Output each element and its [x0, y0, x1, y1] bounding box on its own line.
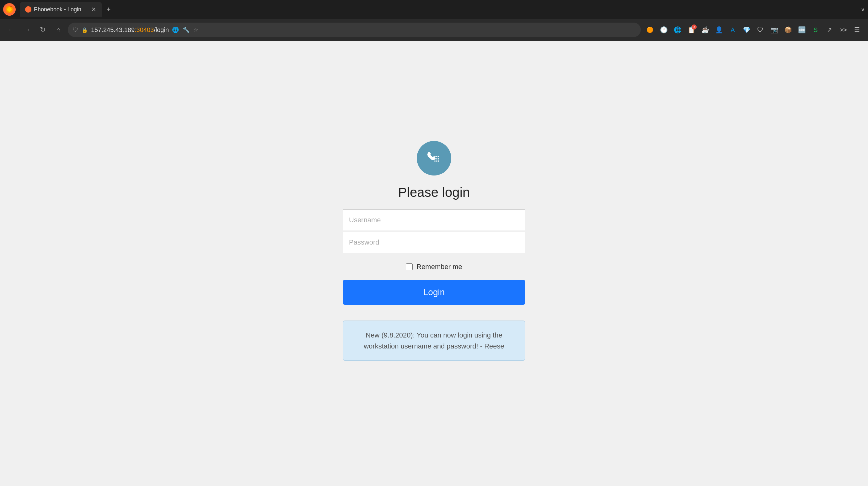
extensions-icon[interactable]: 🔧 — [183, 26, 190, 33]
remember-me-row: Remember me — [406, 263, 462, 271]
username-input[interactable] — [343, 209, 525, 231]
share-icon[interactable]: ↗ — [824, 24, 835, 36]
tab-bar: Phonebook - Login ✕ + — [20, 2, 858, 17]
reload-button[interactable]: ↻ — [36, 24, 49, 36]
active-tab[interactable]: Phonebook - Login ✕ — [20, 2, 102, 17]
home-button[interactable]: ⌂ — [52, 24, 65, 36]
tab-list-icon[interactable]: ∨ — [861, 6, 865, 13]
svg-point-2 — [7, 7, 11, 11]
back-button[interactable]: ← — [5, 24, 18, 36]
title-bar: Phonebook - Login ✕ + ∨ — [0, 0, 868, 19]
phone-icon — [425, 149, 443, 168]
svg-point-10 — [434, 160, 436, 162]
info-box: New (9.8.2020): You can now login using … — [343, 321, 525, 361]
address-bar-url[interactable]: 157.245.43.189:30403/login — [91, 26, 169, 34]
azure-icon[interactable]: A — [727, 24, 739, 36]
tab-end-controls: ∨ — [861, 6, 865, 13]
remember-me-label: Remember me — [416, 263, 462, 271]
translate-icon[interactable]: 🌐 — [172, 26, 179, 33]
forward-button[interactable]: → — [21, 24, 33, 36]
username-group — [343, 209, 525, 231]
extension1-icon[interactable]: 🌐 — [672, 24, 683, 36]
loca-icon[interactable]: 🟠 — [644, 24, 656, 36]
login-title: Please login — [398, 185, 470, 200]
toolbar-icons: 🟠 🕐 🌐 📋 3 ☕ 👤 A 💎 🛡 📷 📦 🔤 S ↗ >> ☰ — [644, 24, 863, 36]
address-bar[interactable]: 🛡 🔒 157.245.43.189:30403/login 🌐 🔧 ☆ — [68, 23, 641, 37]
svg-point-4 — [434, 156, 436, 157]
svg-point-7 — [434, 158, 436, 159]
more-icon[interactable]: >> — [837, 24, 849, 36]
browser-chrome: Phonebook - Login ✕ + ∨ ← → ↻ ⌂ 🛡 🔒 157.… — [0, 0, 868, 41]
bookmark-icon[interactable]: ☆ — [193, 26, 198, 33]
history-icon[interactable]: 🕐 — [658, 24, 670, 36]
extension3-icon[interactable]: ☕ — [699, 24, 711, 36]
new-tab-button[interactable]: + — [103, 4, 114, 15]
extension4-icon[interactable]: 👤 — [713, 24, 725, 36]
chest-icon[interactable]: 📦 — [782, 24, 794, 36]
badge-count: 3 — [692, 25, 697, 30]
camera-icon[interactable]: 📷 — [768, 24, 780, 36]
remember-me-checkbox[interactable] — [406, 264, 413, 270]
security-icon: 🛡 — [73, 27, 79, 33]
translate2-icon[interactable]: 🔤 — [796, 24, 808, 36]
svg-point-12 — [438, 160, 439, 162]
address-bar-actions: 🌐 🔧 ☆ — [172, 26, 198, 33]
tab-favicon-icon — [25, 6, 31, 12]
info-message: New (9.8.2020): You can now login using … — [364, 331, 504, 350]
page-content: Please login Remember me Login New (9.8.… — [0, 41, 868, 486]
svg-point-9 — [438, 158, 439, 159]
phonebook-logo — [417, 141, 451, 176]
s-icon[interactable]: S — [810, 24, 822, 36]
firefox-logo-icon — [3, 3, 16, 16]
svg-point-11 — [436, 160, 437, 162]
amethyst-icon[interactable]: 💎 — [741, 24, 752, 36]
tab-title: Phonebook - Login — [34, 6, 88, 13]
svg-point-6 — [438, 156, 439, 157]
tab-close-button[interactable]: ✕ — [90, 6, 97, 12]
svg-point-3 — [25, 6, 31, 12]
extension2-icon[interactable]: 📋 3 — [685, 24, 697, 36]
nav-bar: ← → ↻ ⌂ 🛡 🔒 157.245.43.189:30403/login 🌐… — [0, 19, 868, 41]
shield2-icon[interactable]: 🛡 — [754, 24, 766, 36]
svg-point-8 — [436, 158, 437, 159]
menu-icon[interactable]: ☰ — [851, 24, 863, 36]
svg-point-5 — [436, 156, 437, 157]
password-group — [343, 232, 525, 253]
password-input[interactable] — [343, 232, 525, 253]
login-button[interactable]: Login — [343, 280, 525, 305]
login-container: Please login Remember me Login New (9.8.… — [343, 141, 525, 361]
lock-icon: 🔒 — [82, 27, 88, 33]
